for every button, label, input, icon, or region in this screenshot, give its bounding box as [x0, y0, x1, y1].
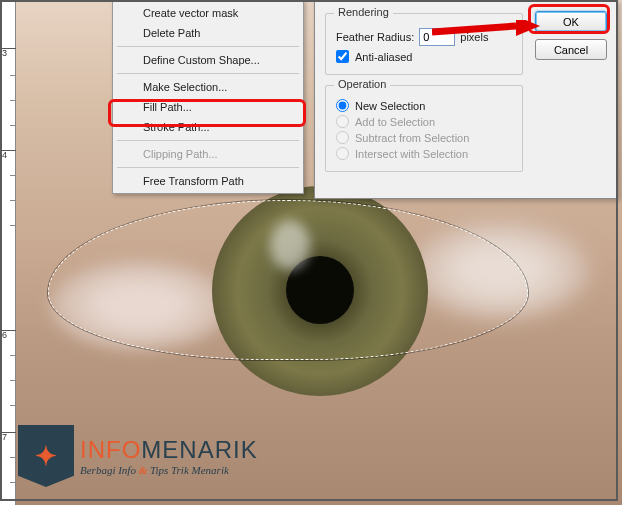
watermark-brand-b: MENARIK — [141, 436, 257, 463]
ruler-tick: 6 — [0, 330, 16, 340]
vertical-ruler: 3 4 6 7 — [0, 0, 16, 505]
op-intersect-radio — [336, 147, 349, 160]
op-add-radio — [336, 115, 349, 128]
menu-free-transform-path[interactable]: Free Transform Path — [115, 171, 301, 191]
menu-separator — [117, 73, 299, 74]
op-new-selection-label: New Selection — [355, 100, 425, 112]
menu-fill-path[interactable]: Fill Path... — [115, 97, 301, 117]
watermark-amp: & — [139, 464, 148, 476]
watermark-text: INFOMENARIK Berbagi Info & Tips Trik Men… — [80, 436, 258, 476]
op-new-selection-radio[interactable] — [336, 99, 349, 112]
watermark-tagline-b: Tips Trik Menarik — [150, 464, 229, 476]
operation-group: Operation New Selection Add to Selection… — [325, 85, 523, 172]
ruler-tick: 4 — [0, 150, 16, 160]
watermark-badge-icon: ✦ — [18, 425, 74, 487]
menu-make-selection[interactable]: Make Selection... — [115, 77, 301, 97]
menu-separator — [117, 46, 299, 47]
antialiased-checkbox[interactable] — [336, 50, 349, 63]
path-context-menu: Create vector mask Delete Path Define Cu… — [112, 0, 304, 194]
menu-separator — [117, 140, 299, 141]
op-subtract-radio — [336, 131, 349, 144]
menu-separator — [117, 167, 299, 168]
op-add-label: Add to Selection — [355, 116, 435, 128]
menu-define-custom-shape[interactable]: Define Custom Shape... — [115, 50, 301, 70]
menu-delete-path[interactable]: Delete Path — [115, 23, 301, 43]
antialiased-label: Anti-aliased — [355, 51, 412, 63]
feather-label: Feather Radius: — [336, 31, 414, 43]
make-selection-dialog: Rendering Feather Radius: pixels Anti-al… — [314, 0, 618, 199]
rendering-group: Rendering Feather Radius: pixels Anti-al… — [325, 13, 523, 75]
menu-clipping-path: Clipping Path... — [115, 144, 301, 164]
feather-radius-input[interactable] — [419, 28, 455, 46]
op-subtract-label: Subtract from Selection — [355, 132, 469, 144]
watermark-brand-a: INFO — [80, 436, 141, 463]
watermark: ✦ INFOMENARIK Berbagi Info & Tips Trik M… — [18, 425, 258, 487]
rendering-legend: Rendering — [334, 6, 393, 18]
op-intersect-label: Intersect with Selection — [355, 148, 468, 160]
operation-legend: Operation — [334, 78, 390, 90]
ruler-tick: 7 — [0, 432, 16, 442]
feather-unit: pixels — [460, 31, 488, 43]
watermark-tagline-a: Berbagi Info — [80, 464, 136, 476]
ruler-tick: 3 — [0, 48, 16, 58]
menu-create-vector-mask[interactable]: Create vector mask — [115, 3, 301, 23]
menu-stroke-path[interactable]: Stroke Path... — [115, 117, 301, 137]
cancel-button[interactable]: Cancel — [535, 39, 607, 60]
ok-button[interactable]: OK — [535, 11, 607, 32]
